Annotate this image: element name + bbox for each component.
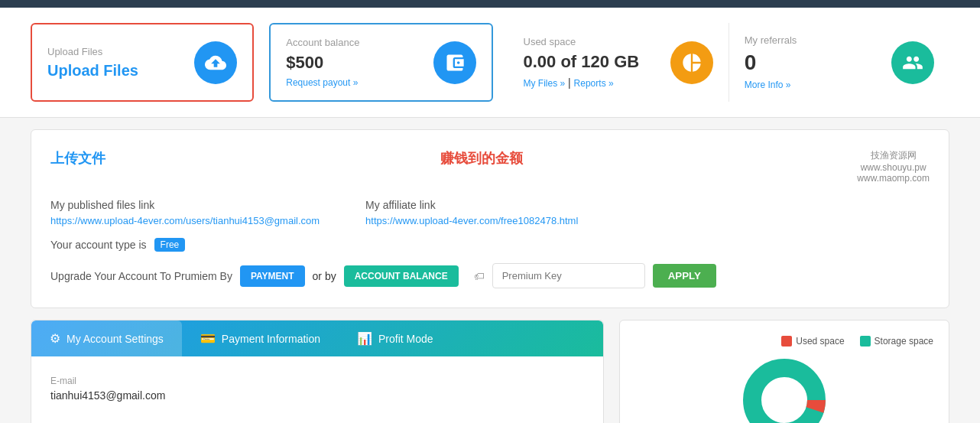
request-payout-link[interactable]: Request payout »	[286, 77, 359, 88]
tab-profit-mode-label: Profit Mode	[378, 333, 433, 345]
or-by-text: or by	[313, 270, 336, 282]
used-space-legend-label: Used space	[796, 336, 844, 347]
reports-link[interactable]: Reports »	[574, 78, 614, 89]
gear-icon: ⚙	[50, 331, 60, 346]
tab-payment-info[interactable]: 💳 Payment Information	[182, 321, 339, 356]
site-watermark: 技渔资源网 www.shouyu.pw www.maomp.com	[857, 149, 930, 184]
donut-svg	[708, 354, 861, 423]
info-row: My published files link https://www.uplo…	[50, 199, 930, 226]
storage-space-legend: Storage space	[860, 336, 933, 347]
right-panel: Used space Storage space	[619, 320, 949, 423]
balance-card-left: Account balance $500 Request payout »	[286, 37, 359, 88]
account-type-text: Your account type is	[50, 239, 147, 251]
storage-space-legend-label: Storage space	[875, 336, 933, 347]
watermark-row: 上传文件 赚钱到的金额 技渔资源网 www.shouyu.pw www.maom…	[50, 149, 930, 184]
my-files-link[interactable]: My Files »	[524, 78, 566, 89]
pie-icon	[670, 41, 713, 84]
main-content: 上传文件 赚钱到的金额 技渔资源网 www.shouyu.pw www.maom…	[31, 129, 949, 308]
published-files-block: My published files link https://www.uplo…	[50, 199, 320, 226]
wallet-svg	[444, 52, 466, 73]
affiliate-link[interactable]: https://www.upload-4ever.com/free1082478…	[365, 215, 578, 226]
upload-card-left: Upload Files Upload Files	[47, 46, 138, 80]
used-space-legend: Used space	[781, 336, 844, 347]
top-bar	[0, 0, 980, 8]
referrals-svg	[902, 52, 923, 73]
chart-legend: Used space Storage space	[781, 336, 933, 347]
upload-card-label: Upload Files	[47, 46, 138, 57]
storage-space-dot	[860, 336, 871, 347]
premium-key-input[interactable]	[492, 263, 645, 288]
referrals-card-left: My referrals 0 More Info »	[745, 34, 797, 90]
donut-chart	[708, 354, 861, 423]
cards-row: Upload Files Upload Files Account balanc…	[0, 8, 980, 118]
apply-button[interactable]: APPLY	[653, 264, 716, 288]
svg-point-2	[764, 379, 805, 421]
link-separator: |	[568, 76, 574, 89]
upload-svg	[205, 52, 226, 73]
storage-card-value: 0.00 of 120 GB	[524, 52, 640, 72]
published-files-link[interactable]: https://www.upload-4ever.com/users/tianh…	[50, 215, 320, 226]
chart-icon: 📊	[357, 331, 372, 346]
upload-watermark: 上传文件	[50, 149, 105, 184]
upgrade-text: Upgrade Your Account To Prumiem By	[50, 270, 232, 282]
email-field-value: tianhui4153@gmail.com	[50, 389, 584, 402]
tab-profit-mode[interactable]: 📊 Profit Mode	[339, 321, 452, 356]
affiliate-label: My affiliate link	[365, 199, 578, 211]
referrals-card-label: My referrals	[745, 34, 797, 46]
upload-card-value: Upload Files	[47, 62, 138, 80]
storage-card-label: Used space	[524, 36, 640, 47]
tag-icon: 🏷	[474, 270, 485, 282]
bottom-row: ⚙ My Account Settings 💳 Payment Informat…	[31, 320, 949, 423]
storage-card: Used space 0.00 of 120 GB My Files » | R…	[508, 23, 729, 102]
wallet-icon	[433, 41, 476, 84]
tab-payment-info-label: Payment Information	[222, 333, 320, 345]
published-files-label: My published files link	[50, 199, 320, 211]
account-balance-button[interactable]: ACCOUNT BALANCE	[344, 265, 459, 287]
left-panel: ⚙ My Account Settings 💳 Payment Informat…	[31, 320, 604, 423]
tab-account-settings[interactable]: ⚙ My Account Settings	[31, 321, 182, 356]
tabs-bar: ⚙ My Account Settings 💳 Payment Informat…	[31, 321, 603, 356]
payment-button[interactable]: PAYMENT	[240, 265, 305, 287]
storage-card-left: Used space 0.00 of 120 GB My Files » | R…	[524, 36, 640, 89]
referrals-card: My referrals 0 More Info »	[729, 23, 949, 102]
affiliate-block: My affiliate link https://www.upload-4ev…	[365, 199, 578, 226]
tab-content: E-mail tianhui4153@gmail.com	[31, 356, 603, 421]
pie-svg	[681, 52, 703, 73]
card-icon: 💳	[200, 331, 216, 346]
upgrade-row: Upgrade Your Account To Prumiem By PAYME…	[50, 263, 930, 288]
upload-files-card[interactable]: Upload Files Upload Files	[31, 23, 254, 102]
more-info-link[interactable]: More Info »	[745, 80, 797, 90]
storage-links: My Files » | Reports »	[524, 76, 640, 89]
tab-account-settings-label: My Account Settings	[67, 333, 164, 345]
referrals-icon	[891, 41, 934, 84]
earn-watermark: 赚钱到的金额	[440, 149, 523, 184]
used-space-dot	[781, 336, 792, 347]
account-balance-card[interactable]: Account balance $500 Request payout »	[269, 23, 492, 102]
balance-card-value: $500	[286, 53, 359, 73]
balance-card-label: Account balance	[286, 37, 359, 48]
account-type-badge: Free	[154, 238, 186, 252]
referrals-count: 0	[745, 50, 797, 75]
account-type-row: Your account type is Free	[50, 238, 930, 252]
email-field-label: E-mail	[50, 376, 584, 386]
upload-icon	[194, 41, 237, 84]
premium-key-row: 🏷 APPLY	[474, 263, 716, 288]
